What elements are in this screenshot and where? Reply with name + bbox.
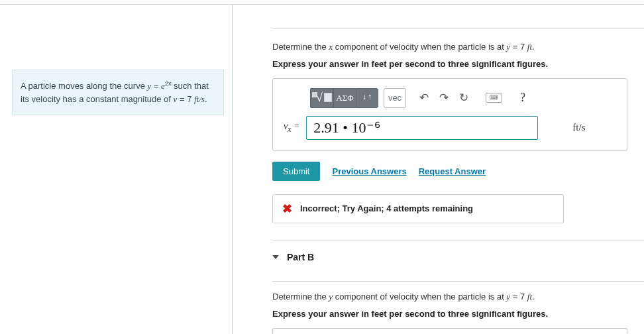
help-button[interactable]: ? (514, 91, 531, 105)
partB-prompt: Determine the y component of velocity wh… (272, 291, 644, 304)
answer-variable-label: vx = (284, 121, 299, 134)
incorrect-icon: ✖ (282, 201, 292, 216)
redo-button[interactable]: ↷ (435, 91, 453, 105)
vec-button[interactable]: vec (384, 88, 406, 108)
keyboard-shortcuts-button[interactable]: ⌨ (486, 93, 502, 103)
root-icon: √ (311, 91, 333, 105)
feedback-box: ✖ Incorrect; Try Again; 4 attempts remai… (272, 194, 564, 223)
partA-prompt: Determine the x component of velocity wh… (272, 41, 644, 54)
submit-button[interactable]: Submit (272, 162, 320, 181)
section-rule-top (272, 28, 644, 29)
main-container: A particle moves along the curve y = e2x… (0, 5, 644, 334)
feedback-text: Incorrect; Try Again; 4 attempts remaini… (300, 203, 473, 213)
answer-row: vx = ft/s (284, 116, 616, 140)
section-rule-mid (272, 241, 644, 241)
partB-answer-panel-cutoff (272, 328, 627, 334)
template-root-button[interactable]: √ (310, 88, 333, 108)
answer-unit-label: ft/s (572, 122, 585, 133)
problem-statement-box: A particle moves along the curve y = e2x… (12, 70, 224, 115)
partB-header[interactable]: Part B (272, 250, 644, 264)
subscript-fraction-button[interactable] (356, 88, 378, 108)
caret-down-icon (272, 255, 279, 259)
problem-text: A particle moves along the curve y = e2x… (21, 81, 209, 104)
right-column: Determine the x component of velocity wh… (233, 5, 644, 334)
partA-instruction: Express your answer in feet per second t… (272, 59, 644, 69)
undo-button[interactable]: ↶ (415, 91, 433, 105)
equation-toolbar: √ ΑΣΦ vec ↶ ↷ ↻ ⌨ ? (310, 88, 616, 108)
previous-answers-link[interactable]: Previous Answers (332, 166, 406, 176)
section-rule-after-partB (272, 281, 644, 282)
request-answer-link[interactable]: Request Answer (419, 166, 486, 176)
partB-instruction: Express your answer in feet per second t… (272, 309, 644, 319)
partB-title: Part B (287, 252, 314, 262)
template-group: √ ΑΣΦ (310, 88, 378, 108)
left-column: A particle moves along the curve y = e2x… (0, 5, 232, 334)
greek-symbols-button[interactable]: ΑΣΦ (333, 88, 356, 108)
reset-button[interactable]: ↻ (455, 91, 472, 105)
sort-arrows-icon (361, 91, 373, 105)
answer-panel: √ ΑΣΦ vec ↶ ↷ ↻ ⌨ ? vx = (272, 78, 627, 151)
partA-actions: Submit Previous Answers Request Answer (272, 162, 644, 181)
answer-input[interactable] (306, 116, 538, 140)
